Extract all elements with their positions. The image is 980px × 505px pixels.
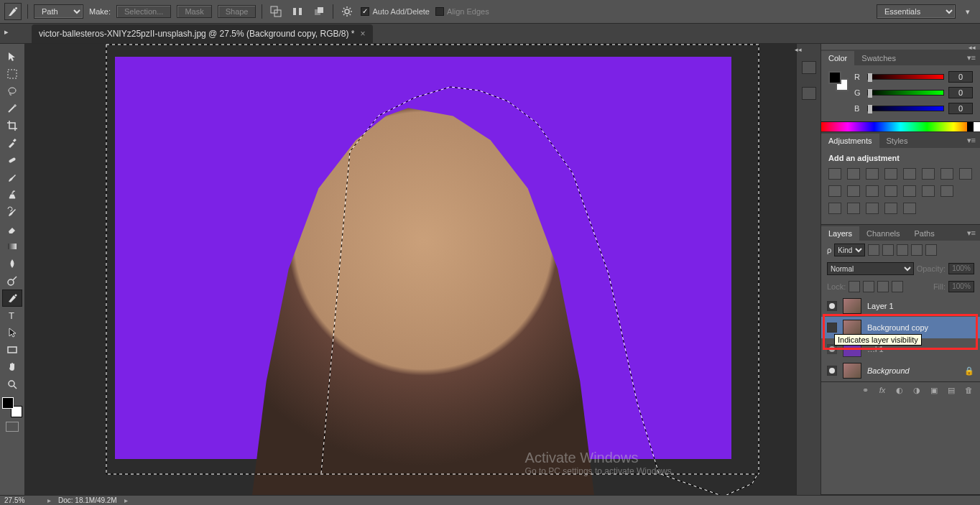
quick-mask-toggle[interactable] xyxy=(6,422,19,432)
adj-vibrance-icon[interactable] xyxy=(903,168,916,180)
workspace-select[interactable]: Essentials xyxy=(877,4,956,19)
adj-colorbalance-icon[interactable] xyxy=(940,168,953,180)
canvas-area[interactable]: Activate Windows Go to PC settings to ac… xyxy=(25,44,796,495)
tool-crop[interactable] xyxy=(2,117,22,134)
tool-hand[interactable] xyxy=(2,358,22,376)
tab-paths[interactable]: Paths xyxy=(907,226,942,241)
adj-gradientmap-icon[interactable] xyxy=(940,185,953,197)
tool-magic-wand[interactable] xyxy=(2,100,22,117)
tool-dodge[interactable] xyxy=(2,272,22,289)
adj-hue-icon[interactable] xyxy=(922,168,935,180)
tool-eyedropper[interactable] xyxy=(2,134,22,152)
tool-brush[interactable] xyxy=(2,169,22,186)
tab-channels[interactable]: Channels xyxy=(859,226,907,241)
tool-rectangle[interactable] xyxy=(2,341,22,358)
color-fg-bg-swatch[interactable] xyxy=(828,71,849,91)
fx-icon[interactable]: fx xyxy=(877,385,888,395)
tool-healing-brush[interactable] xyxy=(2,152,22,169)
trash-icon[interactable]: 🗑 xyxy=(963,385,974,395)
layer-visibility-toggle[interactable] xyxy=(827,301,837,311)
close-icon[interactable]: × xyxy=(361,29,366,39)
lock-all-icon[interactable] xyxy=(892,281,903,292)
path-op-combine-icon[interactable] xyxy=(268,4,284,19)
adj-brightness-icon[interactable] xyxy=(828,168,841,180)
adj-posterize-icon[interactable] xyxy=(903,185,916,197)
tool-preset-picker[interactable] xyxy=(4,3,22,20)
make-mask-button[interactable]: Mask xyxy=(177,5,211,18)
adjustment-layer-icon[interactable]: ◑ xyxy=(911,385,923,395)
link-layers-icon[interactable]: ⚭ xyxy=(859,385,871,395)
status-menu-icon[interactable]: ▸ xyxy=(47,496,51,504)
path-arrange-icon[interactable] xyxy=(311,4,327,19)
adj-icon[interactable] xyxy=(903,203,916,214)
document-tab[interactable]: victor-ballesteros-XNIYz25pzII-unsplash.… xyxy=(32,24,373,43)
value-blue[interactable]: 0 xyxy=(948,103,973,114)
adj-photofilter-icon[interactable] xyxy=(828,185,841,197)
tab-color[interactable]: Color xyxy=(821,51,854,65)
lock-transparency-icon[interactable] xyxy=(849,281,860,292)
adj-curves-icon[interactable] xyxy=(866,168,879,180)
layer-thumbnail[interactable] xyxy=(843,298,861,314)
layer-thumbnail[interactable] xyxy=(843,363,861,379)
tool-move[interactable] xyxy=(2,48,22,65)
tool-zoom[interactable] xyxy=(2,376,22,393)
filter-type-icon[interactable] xyxy=(897,244,908,256)
layer-blend-select[interactable]: Normal xyxy=(827,262,914,275)
lock-pixels-icon[interactable] xyxy=(863,281,874,292)
tool-type[interactable]: T xyxy=(2,307,22,324)
history-panel-icon[interactable] xyxy=(802,61,816,74)
adj-exposure-icon[interactable] xyxy=(884,168,897,180)
tool-clone-stamp[interactable] xyxy=(2,186,22,203)
value-green[interactable]: 0 xyxy=(948,87,973,98)
status-menu-icon[interactable]: ▸ xyxy=(124,496,128,504)
layer-filter-kind[interactable]: Kind xyxy=(834,244,865,256)
adj-bw-icon[interactable] xyxy=(959,168,972,180)
zoom-level[interactable]: 27.5% xyxy=(4,496,40,504)
tool-lasso[interactable] xyxy=(2,83,22,100)
layer-opacity-value[interactable]: 100% xyxy=(948,263,974,274)
new-layer-icon[interactable]: ▤ xyxy=(946,385,957,395)
tool-eraser[interactable] xyxy=(2,221,22,238)
tool-path-select[interactable] xyxy=(2,324,22,341)
tool-gradient[interactable] xyxy=(2,238,22,255)
slider-blue[interactable] xyxy=(867,106,944,111)
auto-add-delete-checkbox[interactable]: Auto Add/Delete xyxy=(361,7,430,16)
adj-threshold-icon[interactable] xyxy=(922,185,935,197)
tool-blur[interactable] xyxy=(2,255,22,272)
adj-channelmixer-icon[interactable] xyxy=(847,185,860,197)
tools-expander-icon[interactable]: ▸ xyxy=(4,27,9,37)
layer-thumbnail[interactable] xyxy=(843,320,861,335)
adj-icon[interactable] xyxy=(866,203,879,214)
filter-pixel-icon[interactable] xyxy=(868,244,879,256)
layer-name[interactable]: …l 1 xyxy=(867,345,884,353)
adj-icon[interactable] xyxy=(884,203,897,214)
layer-row[interactable]: Background 🔒 xyxy=(821,360,980,381)
tool-pen[interactable] xyxy=(2,289,22,307)
color-spectrum[interactable] xyxy=(821,121,980,131)
tab-adjustments[interactable]: Adjustments xyxy=(821,134,879,148)
gear-icon[interactable] xyxy=(339,4,355,19)
layer-name[interactable]: Background xyxy=(867,366,910,375)
workspace-menu-icon[interactable]: ▾ xyxy=(960,4,976,19)
slider-red[interactable] xyxy=(867,74,944,80)
filter-smart-icon[interactable] xyxy=(925,244,937,256)
filter-shape-icon[interactable] xyxy=(911,244,923,256)
adj-icon[interactable] xyxy=(847,203,860,214)
layer-visibility-toggle[interactable] xyxy=(827,366,837,376)
adj-levels-icon[interactable] xyxy=(847,168,860,180)
tool-rect-marquee[interactable] xyxy=(2,65,22,83)
panel-menu-icon[interactable]: ▾≡ xyxy=(963,133,980,148)
filter-adjust-icon[interactable] xyxy=(882,244,894,256)
panel-menu-icon[interactable]: ▾≡ xyxy=(963,226,980,241)
layer-mask-icon[interactable]: ◐ xyxy=(894,385,905,395)
properties-panel-icon[interactable] xyxy=(802,87,816,100)
tab-swatches[interactable]: Swatches xyxy=(854,51,903,65)
layer-row[interactable]: Layer 1 xyxy=(821,295,980,317)
tool-history-brush[interactable] xyxy=(2,203,22,221)
tab-layers[interactable]: Layers xyxy=(821,226,859,241)
layer-fill-value[interactable]: 100% xyxy=(948,281,974,292)
make-shape-button[interactable]: Shape xyxy=(218,5,256,18)
adj-invert-icon[interactable] xyxy=(884,185,897,197)
layer-visibility-toggle[interactable] xyxy=(827,344,837,354)
layer-name[interactable]: Background copy xyxy=(867,323,928,332)
